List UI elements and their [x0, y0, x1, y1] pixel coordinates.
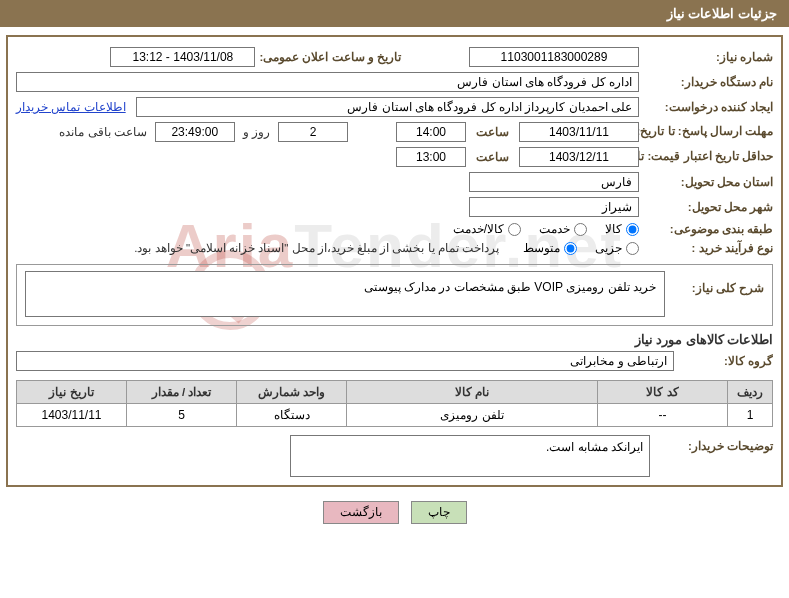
- radio-goods-service-input[interactable]: [508, 223, 521, 236]
- requester-label: ایجاد کننده درخواست:: [643, 100, 773, 114]
- td-code: --: [598, 404, 728, 427]
- radio-partial-input[interactable]: [626, 242, 639, 255]
- reply-time-label: ساعت: [476, 125, 509, 139]
- th-row: ردیف: [728, 381, 773, 404]
- buy-process-label: نوع فرآیند خرید :: [643, 241, 773, 255]
- overall-desc-label: شرح کلی نیاز:: [669, 271, 764, 295]
- radio-medium-input[interactable]: [564, 242, 577, 255]
- reply-deadline-time: 14:00: [396, 122, 466, 142]
- td-date: 1403/11/11: [17, 404, 127, 427]
- th-date: تاریخ نیاز: [17, 381, 127, 404]
- delivery-city-label: شهر محل تحویل:: [643, 200, 773, 214]
- buyer-org-value: اداره کل فرودگاه های استان فارس: [16, 72, 639, 92]
- table-header-row: ردیف کد کالا نام کالا واحد شمارش تعداد /…: [17, 381, 773, 404]
- goods-group-value: ارتباطی و مخابراتی: [16, 351, 674, 371]
- price-validity-time-label: ساعت: [476, 150, 509, 164]
- treasury-note: پرداخت تمام یا بخشی از مبلغ خرید،از محل …: [134, 241, 499, 255]
- days-and-label: روز و: [243, 125, 270, 139]
- overall-desc-value: خرید تلفن رومیزی VOIP طبق مشخصات در مدار…: [25, 271, 665, 317]
- need-number-value: 1103001183000289: [469, 47, 639, 67]
- goods-section-title: اطلاعات کالاهای مورد نیاز: [16, 332, 773, 347]
- th-code: کد کالا: [598, 381, 728, 404]
- td-row: 1: [728, 404, 773, 427]
- goods-group-label: گروه کالا:: [678, 354, 773, 368]
- remaining-hours-label: ساعت باقی مانده: [59, 125, 146, 139]
- th-name: نام کالا: [347, 381, 598, 404]
- price-validity-label: حداقل تاریخ اعتبار قیمت: تا تاریخ:: [643, 150, 773, 164]
- radio-partial[interactable]: جزیی: [595, 241, 639, 255]
- delivery-province-label: استان محل تحویل:: [643, 175, 773, 189]
- buyer-notes-value: ایرانکد مشابه است.: [290, 435, 650, 477]
- announce-datetime-value: 1403/11/08 - 13:12: [110, 47, 255, 67]
- main-frame: شماره نیاز: 1103001183000289 تاریخ و ساع…: [6, 35, 783, 487]
- overall-desc-frame: شرح کلی نیاز: خرید تلفن رومیزی VOIP طبق …: [16, 264, 773, 326]
- delivery-city-value: شیراز: [469, 197, 639, 217]
- radio-medium[interactable]: متوسط: [523, 241, 577, 255]
- subject-class-label: طبقه بندی موضوعی:: [643, 222, 773, 236]
- th-unit: واحد شمارش: [237, 381, 347, 404]
- radio-goods-service[interactable]: کالا/خدمت: [453, 222, 521, 236]
- goods-table: ردیف کد کالا نام کالا واحد شمارش تعداد /…: [16, 380, 773, 427]
- th-qty: تعداد / مقدار: [127, 381, 237, 404]
- announce-datetime-label: تاریخ و ساعت اعلان عمومی:: [259, 50, 401, 64]
- buyer-notes-label: توضیحات خریدار:: [658, 435, 773, 453]
- radio-service-input[interactable]: [574, 223, 587, 236]
- td-name: تلفن رومیزی: [347, 404, 598, 427]
- td-qty: 5: [127, 404, 237, 427]
- radio-goods[interactable]: کالا: [605, 222, 639, 236]
- remaining-time: 23:49:00: [155, 122, 235, 142]
- back-button[interactable]: بازگشت: [323, 501, 399, 524]
- reply-deadline-date: 1403/11/11: [519, 122, 639, 142]
- table-row: 1 -- تلفن رومیزی دستگاه 5 1403/11/11: [17, 404, 773, 427]
- remaining-days: 2: [278, 122, 348, 142]
- reply-deadline-label: مهلت ارسال پاسخ: تا تاریخ:: [643, 125, 773, 139]
- footer-buttons: چاپ بازگشت: [0, 493, 789, 524]
- price-validity-date: 1403/12/11: [519, 147, 639, 167]
- need-number-label: شماره نیاز:: [643, 50, 773, 64]
- buyer-contact-link[interactable]: اطلاعات تماس خریدار: [16, 100, 126, 114]
- price-validity-time: 13:00: [396, 147, 466, 167]
- buy-process-group: جزیی متوسط: [523, 241, 639, 255]
- page-title-bar: جزئیات اطلاعات نیاز: [0, 0, 789, 27]
- page-title: جزئیات اطلاعات نیاز: [667, 6, 777, 21]
- radio-goods-input[interactable]: [626, 223, 639, 236]
- delivery-province-value: فارس: [469, 172, 639, 192]
- td-unit: دستگاه: [237, 404, 347, 427]
- radio-service[interactable]: خدمت: [539, 222, 587, 236]
- requester-value: علی احمدیان کارپرداز اداره کل فرودگاه ها…: [136, 97, 639, 117]
- print-button[interactable]: چاپ: [411, 501, 467, 524]
- subject-class-group: کالا خدمت کالا/خدمت: [453, 222, 639, 236]
- buyer-org-label: نام دستگاه خریدار:: [643, 75, 773, 89]
